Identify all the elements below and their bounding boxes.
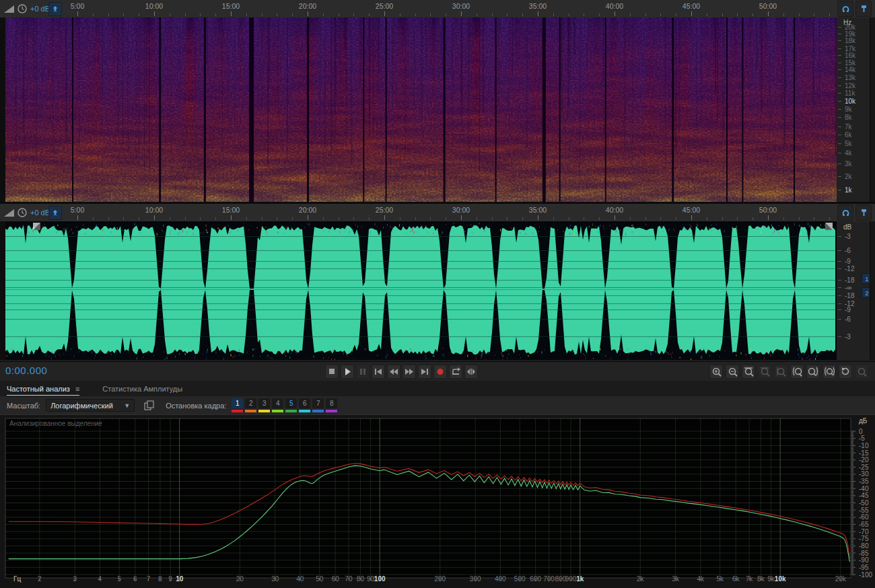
frequency-scale-label: 10k (845, 98, 855, 105)
skip-selection-icon (465, 365, 477, 378)
ruler-tick (200, 217, 201, 220)
transport-bar: 0:00.000 (0, 361, 875, 381)
ruler-tick (308, 215, 308, 220)
waveform-scrollbar[interactable] (870, 221, 875, 360)
waveform-image (5, 221, 837, 360)
loop-navigate-icon[interactable] (837, 205, 853, 221)
spectral-frequency-scale[interactable]: Hz 20k19k18k17k16k15k14k13k12k11k10k9k8k… (837, 17, 870, 202)
fade-ramp-icon[interactable] (4, 5, 14, 13)
ruler-tick (492, 13, 493, 16)
zoom-selection-button[interactable] (823, 365, 836, 379)
frequency-scale-label: 13k (845, 74, 855, 81)
loop-playback-button[interactable] (449, 365, 462, 379)
waveform-timeline-ruler[interactable]: 5:0010:0015:0020:0025:0030:0035:0040:004… (0, 204, 875, 222)
frame-hold-2-button[interactable]: 2 (245, 398, 256, 413)
spectral-ruler-ticks[interactable]: 5:0010:0015:0020:0025:0030:0035:0040:004… (0, 0, 837, 17)
ruler-tick (599, 13, 600, 16)
freq-axis-label: 50 (316, 575, 324, 583)
ruler-time-label: 5:00 (71, 206, 84, 214)
stop-button[interactable] (325, 365, 339, 379)
spectral-left-gutter (0, 17, 5, 202)
zoom-in-point-button[interactable] (790, 365, 804, 379)
tab-amplitude-statistics[interactable]: Статистика Амплитуды (96, 381, 189, 396)
marker-pin-icon[interactable] (855, 1, 872, 17)
y-axis-unit-label: дБ (859, 417, 868, 425)
db-scale-label: -9 (845, 258, 851, 265)
fade-ramp-icon[interactable] (4, 209, 14, 217)
rewind-button[interactable] (387, 365, 400, 379)
ruler-tick (154, 11, 155, 16)
ruler-tick (783, 217, 784, 220)
fade-in-handle[interactable] (33, 223, 40, 230)
zoom-in-full-button[interactable] (742, 365, 755, 379)
frame-hold-5-button[interactable]: 5 (285, 398, 297, 413)
pause-button[interactable] (356, 365, 370, 379)
zoom-vertical-button[interactable] (774, 365, 788, 379)
frequency-scale-tick (838, 117, 841, 118)
frequency-analysis-plot[interactable]: 2345678910203040506070809010020030040050… (0, 414, 875, 588)
zoom-out-full-button[interactable] (758, 365, 771, 379)
record-button[interactable] (433, 365, 447, 379)
pin-time-icon[interactable] (48, 2, 62, 16)
fast-forward-button[interactable] (403, 365, 416, 379)
ruler-tick (77, 215, 78, 220)
ruler-tick (185, 13, 186, 16)
chevron-down-icon: ▼ (124, 402, 130, 409)
skip-to-end-icon (419, 365, 431, 378)
play-button[interactable] (341, 365, 354, 379)
zoom-last-button[interactable] (855, 365, 868, 379)
ruler-tick (215, 217, 216, 220)
frequency-scale-tick (838, 143, 841, 144)
reset-zoom-button[interactable] (839, 365, 852, 379)
freq-axis-label: 8 (158, 575, 162, 583)
panel-menu-icon[interactable]: ≡ (75, 385, 79, 393)
zoom-out-point-button[interactable] (806, 365, 820, 379)
spectral-scrollbar[interactable] (870, 17, 875, 202)
time-display[interactable]: 0:00.000 (5, 365, 47, 376)
ruler-tick (538, 11, 538, 16)
frequency-scale-label: 6k (845, 131, 852, 138)
waveform-ruler-ticks[interactable]: 5:0010:0015:0020:0025:0030:0035:0040:004… (0, 204, 837, 221)
frequency-scale-label: 18k (845, 36, 855, 44)
frequency-scale-tick (838, 153, 841, 153)
frame-hold-4-button[interactable]: 4 (272, 398, 283, 413)
frame-hold-3-button[interactable]: 3 (258, 398, 270, 413)
frame-hold-1-button[interactable]: 1 (232, 398, 243, 413)
fade-out-handle[interactable] (825, 223, 833, 230)
freq-axis-label: 10k (775, 575, 786, 583)
db-scale-tick (838, 295, 841, 296)
spectrogram-display[interactable] (5, 17, 837, 202)
copy-to-clipboard-icon[interactable] (144, 400, 155, 410)
db-axis-label: 0 (859, 428, 863, 435)
tab-frequency-analysis[interactable]: Частотный анализ≡ (0, 381, 86, 396)
skip-to-start-button[interactable] (372, 365, 385, 379)
frame-hold-8-button[interactable]: 8 (326, 398, 337, 413)
waveform-display[interactable] (5, 221, 837, 360)
ruler-tick (246, 217, 247, 220)
fast-forward-icon (403, 365, 415, 378)
frequency-scale-tick (838, 93, 841, 94)
zoom-in-button[interactable] (709, 365, 723, 379)
clock-icon[interactable] (18, 208, 27, 217)
loop-navigate-icon[interactable] (837, 1, 853, 17)
scale-dropdown[interactable]: Логарифмический▼ (46, 399, 135, 412)
frequency-scale-tick (838, 48, 841, 49)
frame-hold-7-button[interactable]: 7 (312, 398, 324, 413)
skip-selection-button[interactable] (464, 365, 478, 379)
ruler-tick (415, 13, 416, 16)
pin-time-icon[interactable] (48, 206, 62, 220)
frame-hold-number: 2 (245, 398, 256, 408)
frame-hold-color-swatch (232, 410, 243, 412)
marker-pin-icon[interactable] (855, 205, 872, 221)
frame-hold-6-button[interactable]: 6 (299, 398, 310, 413)
clock-icon[interactable] (18, 4, 27, 13)
ruler-time-label: 25:00 (376, 2, 393, 10)
freq-axis-label: 20 (236, 575, 244, 583)
spectral-timeline-ruler[interactable]: 5:0010:0015:0020:0025:0030:0035:0040:004… (0, 0, 875, 18)
zoom-out-button[interactable] (726, 365, 739, 379)
gain-value[interactable]: +0 dB (30, 5, 50, 13)
freq-axis-label: 6 (133, 575, 137, 583)
skip-to-end-button[interactable] (418, 365, 431, 379)
gain-value[interactable]: +0 dB (30, 209, 50, 217)
ruler-tick (676, 13, 676, 16)
